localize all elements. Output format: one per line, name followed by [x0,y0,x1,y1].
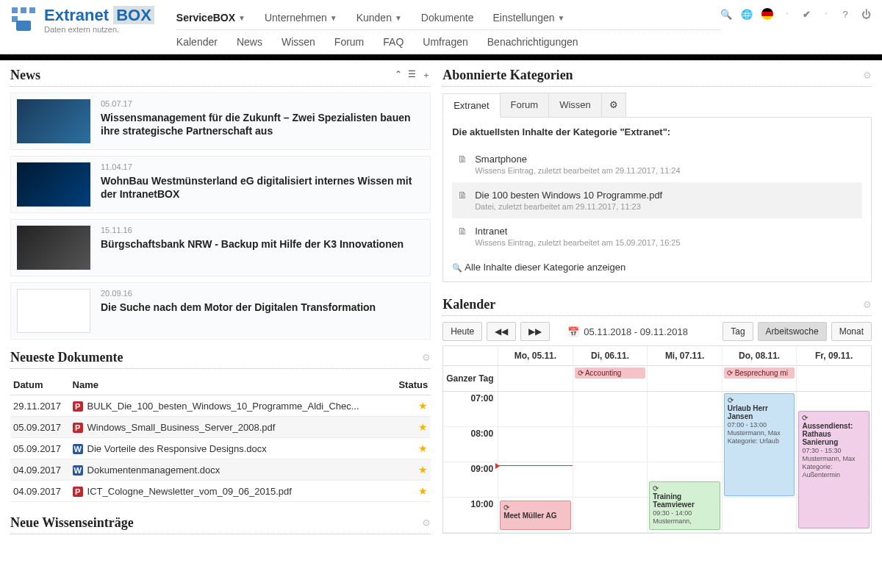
view-day-button[interactable]: Tag [723,322,753,341]
language-flag-icon[interactable] [761,8,773,20]
primary-nav: ServiceBOX▼Unternehmen▼Kunden▼DokumenteE… [176,6,720,29]
view-week-button[interactable]: Arbeitswoche [758,322,827,341]
star-icon[interactable]: ★ [418,421,428,433]
day-header[interactable]: Di, 06.11. [573,346,648,366]
list-view-icon[interactable]: ☰ [408,69,416,82]
date-range[interactable]: 📅 05.11.2018 - 09.11.2018 [567,326,688,337]
nav-umfragen[interactable]: Umfragen [423,36,467,48]
nav-news[interactable]: News [237,36,262,48]
help-icon[interactable]: ? [839,8,851,20]
table-row[interactable]: 05.09.2017WDie Vorteile des Responsive D… [10,438,431,459]
gear-icon[interactable]: ⚙ [422,352,431,363]
gear-icon[interactable]: ⚙ [863,70,872,81]
star-icon[interactable]: ★ [418,464,428,476]
calendar-event[interactable]: Training Teamviewer 09:30 - 14:00 Muster… [649,481,720,530]
nav-faq[interactable]: FAQ [383,36,404,48]
cell-status[interactable]: ★ [392,395,431,417]
table-row[interactable]: 05.09.2017PWindows_Small_Business_Server… [10,417,431,438]
cell-name[interactable]: PWindows_Small_Business_Server_2008.pdf [70,417,392,438]
cell-status[interactable]: ★ [392,481,431,502]
docx-icon: W [73,465,83,476]
nav-einstellungen[interactable]: Einstellungen▼ [492,12,564,24]
star-icon[interactable]: ★ [418,442,428,454]
docs-title: Neueste Dokumente [10,350,123,365]
day-column[interactable]: Training Teamviewer 09:30 - 14:00 Muster… [647,392,722,533]
news-headline[interactable]: Bürgschaftsbank NRW - Backup mit Hilfe d… [101,237,404,251]
gear-icon[interactable]: ⚙ [422,517,431,528]
star-icon[interactable]: ★ [418,485,428,497]
prev-button[interactable]: ◀◀ [487,322,516,341]
cell-status[interactable]: ★ [392,459,431,481]
view-month-button[interactable]: Monat [831,322,872,341]
item-meta: Datei, zuletzt bearbeitet am 29.11.2017,… [475,202,662,211]
nav-dokumente[interactable]: Dokumente [421,12,474,24]
cell-name[interactable]: PBULK_Die_100_besten_Windows_10_Programm… [70,395,392,417]
news-item[interactable]: 15.11.16Bürgschaftsbank NRW - Backup mit… [10,219,431,276]
file-icon: 🗎 [458,226,467,247]
day-header[interactable]: Mo, 05.11. [498,346,573,366]
nav-kalender[interactable]: Kalender [176,36,218,48]
news-headline[interactable]: WohnBau Westmünsterland eG digitalisiert… [101,174,424,201]
hour-label: 09:00 [443,462,498,498]
nav-unternehmen[interactable]: Unternehmen▼ [265,12,337,24]
status-ok-icon[interactable]: ✔ [800,8,812,20]
allday-event[interactable]: Accounting [575,368,646,379]
day-column[interactable]: Aussendienst: Rathaus Sanierung 07:30 - … [796,392,871,533]
tab-wissen[interactable]: Wissen [548,93,602,117]
nav-wissen[interactable]: Wissen [282,36,315,48]
category-item[interactable]: 🗎Die 100 besten Windows 10 Programme.pdf… [452,182,862,218]
cell-name[interactable]: WDokumentenmanagement.docx [70,459,392,481]
brand-name[interactable]: Extranet BOX [44,6,154,25]
add-icon[interactable]: ＋ [422,69,431,82]
power-icon[interactable]: ⏻ [860,8,872,20]
table-row[interactable]: 29.11.2017PBULK_Die_100_besten_Windows_1… [10,395,431,417]
col-name[interactable]: Name [70,375,392,395]
brand-logo[interactable] [10,6,37,32]
news-headline[interactable]: Wissensmanagement für die Zukunft – Zwei… [101,111,424,137]
table-row[interactable]: 04.09.2017WDokumentenmanagement.docx★ [10,459,431,481]
table-row[interactable]: 04.09.2017PICT_Cologne_Newsletter_vom_09… [10,481,431,502]
category-item[interactable]: 🗎IntranetWissens Eintrag, zuletzt bearbe… [452,218,862,254]
item-name[interactable]: Intranet [475,226,680,237]
news-item[interactable]: 20.09.16Die Suche nach dem Motor der Dig… [10,282,431,340]
nav-kunden[interactable]: Kunden▼ [356,12,402,24]
cell-status[interactable]: ★ [392,438,431,459]
today-button[interactable]: Heute [442,322,482,341]
gear-icon[interactable]: ⚙ [863,299,872,310]
collapse-icon[interactable]: ⌃ [395,69,402,82]
day-header[interactable]: Do, 08.11. [723,346,797,366]
day-column[interactable]: Meet Müller AG [498,392,573,533]
day-header[interactable]: Mi, 07.11. [648,346,722,366]
star-icon[interactable]: ★ [418,400,428,412]
show-all-link[interactable]: Alle Inhalte dieser Kategorie anzeigen [452,262,862,273]
news-thumbnail [17,99,90,143]
search-icon[interactable]: 🔍 [720,8,732,20]
item-name[interactable]: Smartphone [475,154,680,165]
tab-settings[interactable]: ⚙ [601,93,626,117]
item-name[interactable]: Die 100 besten Windows 10 Programme.pdf [475,190,662,201]
news-item[interactable]: 05.07.17Wissensmanagement für die Zukunf… [10,93,431,150]
cell-name[interactable]: PICT_Cologne_Newsletter_vom_09_06_2015.p… [70,481,392,502]
news-item[interactable]: 11.04.17WohnBau Westmünsterland eG digit… [10,156,431,213]
tab-forum[interactable]: Forum [500,93,550,117]
allday-event[interactable]: Besprechung mi [724,368,795,379]
nav-servicebox[interactable]: ServiceBOX▼ [176,12,245,24]
col-status[interactable]: Status [392,375,431,395]
day-column[interactable] [573,392,648,533]
next-button[interactable]: ▶▶ [520,322,550,341]
day-header[interactable]: Fr, 09.11. [797,346,871,366]
cell-status[interactable]: ★ [392,417,431,438]
category-item[interactable]: 🗎SmartphoneWissens Eintrag, zuletzt bear… [452,146,862,182]
calendar-event[interactable]: Meet Müller AG [500,501,571,530]
calendar-event[interactable]: Urlaub Herr Jansen 07:00 - 13:00 Musterm… [724,393,795,496]
globe-icon[interactable]: 🌐 [741,8,753,20]
news-thumbnail [17,226,90,270]
day-column[interactable]: Urlaub Herr Jansen 07:00 - 13:00 Musterm… [722,392,797,533]
news-headline[interactable]: Die Suche nach dem Motor der Digitalen T… [101,301,376,314]
nav-forum[interactable]: Forum [334,36,364,48]
calendar-event[interactable]: Aussendienst: Rathaus Sanierung 07:30 - … [798,411,870,528]
col-date[interactable]: Datum [10,375,70,395]
cell-name[interactable]: WDie Vorteile des Responsive Designs.doc… [70,438,392,459]
nav-benachrichtigungen[interactable]: Benachrichtigungen [487,36,578,48]
tab-extranet[interactable]: Extranet [442,93,500,118]
